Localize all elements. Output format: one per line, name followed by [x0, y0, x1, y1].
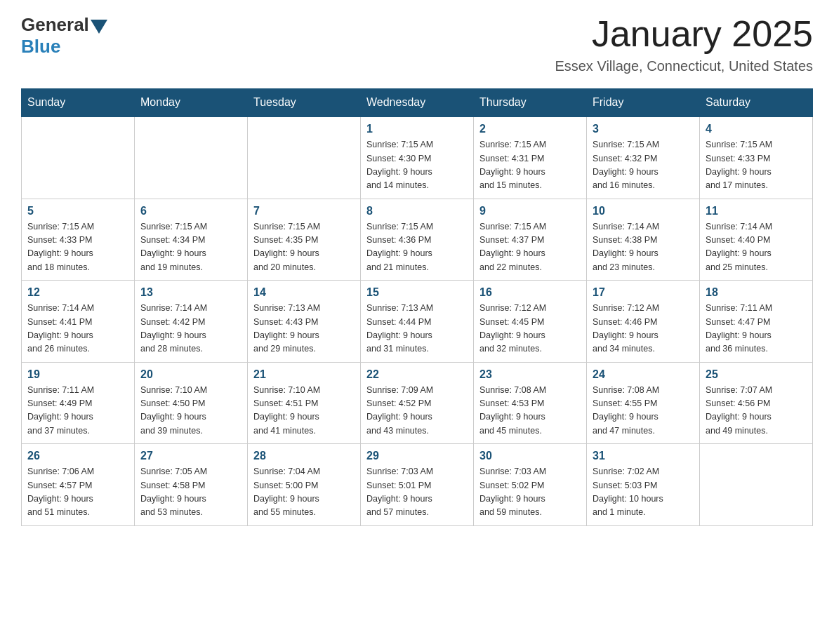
day-number: 28 — [253, 450, 355, 462]
day-info: Sunrise: 7:13 AMSunset: 4:44 PMDaylight:… — [366, 302, 468, 356]
day-number: 10 — [593, 205, 694, 217]
day-number: 31 — [593, 450, 694, 462]
calendar-cell: 15Sunrise: 7:13 AMSunset: 4:44 PMDayligh… — [361, 281, 474, 363]
page-header: General Blue January 2025 Essex Village,… — [21, 14, 813, 74]
calendar-cell: 11Sunrise: 7:14 AMSunset: 4:40 PMDayligh… — [700, 199, 813, 281]
days-header-row: SundayMondayTuesdayWednesdayThursdayFrid… — [22, 89, 813, 117]
calendar-cell: 2Sunrise: 7:15 AMSunset: 4:31 PMDaylight… — [474, 116, 587, 199]
week-row-3: 12Sunrise: 7:14 AMSunset: 4:41 PMDayligh… — [22, 281, 813, 363]
week-row-4: 19Sunrise: 7:11 AMSunset: 4:49 PMDayligh… — [22, 362, 813, 444]
day-header-wednesday: Wednesday — [361, 89, 474, 117]
day-info: Sunrise: 7:12 AMSunset: 4:46 PMDaylight:… — [593, 302, 694, 356]
day-number: 6 — [140, 205, 241, 217]
day-header-saturday: Saturday — [700, 89, 813, 117]
day-info: Sunrise: 7:07 AMSunset: 4:56 PMDaylight:… — [706, 384, 807, 438]
day-number: 14 — [253, 286, 355, 299]
day-info: Sunrise: 7:05 AMSunset: 4:58 PMDaylight:… — [140, 465, 241, 520]
day-info: Sunrise: 7:06 AMSunset: 4:57 PMDaylight:… — [27, 465, 128, 520]
day-info: Sunrise: 7:03 AMSunset: 5:01 PMDaylight:… — [366, 465, 468, 520]
calendar-title: January 2025 — [555, 14, 813, 54]
day-info: Sunrise: 7:08 AMSunset: 4:53 PMDaylight:… — [479, 384, 581, 438]
day-number: 7 — [253, 205, 355, 217]
day-number: 16 — [479, 286, 581, 299]
calendar-cell: 12Sunrise: 7:14 AMSunset: 4:41 PMDayligh… — [22, 281, 135, 363]
logo-blue-text: Blue — [21, 36, 60, 58]
day-number: 17 — [593, 286, 694, 299]
day-number: 13 — [140, 286, 241, 299]
day-number: 18 — [706, 286, 807, 299]
day-info: Sunrise: 7:15 AMSunset: 4:30 PMDaylight:… — [366, 138, 468, 193]
day-info: Sunrise: 7:12 AMSunset: 4:45 PMDaylight:… — [479, 302, 581, 356]
day-number: 26 — [27, 450, 128, 462]
day-number: 22 — [366, 368, 468, 381]
calendar-cell: 7Sunrise: 7:15 AMSunset: 4:35 PMDaylight… — [248, 199, 361, 281]
calendar-cell: 29Sunrise: 7:03 AMSunset: 5:01 PMDayligh… — [361, 444, 474, 526]
calendar-cell — [135, 116, 248, 199]
calendar-cell: 23Sunrise: 7:08 AMSunset: 4:53 PMDayligh… — [474, 362, 587, 444]
day-info: Sunrise: 7:11 AMSunset: 4:47 PMDaylight:… — [706, 302, 807, 356]
day-info: Sunrise: 7:10 AMSunset: 4:50 PMDaylight:… — [140, 384, 241, 438]
day-header-tuesday: Tuesday — [248, 89, 361, 117]
logo: General Blue — [21, 14, 109, 58]
day-info: Sunrise: 7:14 AMSunset: 4:41 PMDaylight:… — [27, 302, 128, 356]
calendar-cell: 25Sunrise: 7:07 AMSunset: 4:56 PMDayligh… — [700, 362, 813, 444]
day-number: 5 — [27, 205, 128, 217]
week-row-5: 26Sunrise: 7:06 AMSunset: 4:57 PMDayligh… — [22, 444, 813, 526]
day-number: 25 — [706, 368, 807, 381]
day-header-thursday: Thursday — [474, 89, 587, 117]
day-info: Sunrise: 7:15 AMSunset: 4:32 PMDaylight:… — [593, 138, 694, 193]
calendar-cell: 5Sunrise: 7:15 AMSunset: 4:33 PMDaylight… — [22, 199, 135, 281]
calendar-cell: 19Sunrise: 7:11 AMSunset: 4:49 PMDayligh… — [22, 362, 135, 444]
day-number: 11 — [706, 205, 807, 217]
day-info: Sunrise: 7:09 AMSunset: 4:52 PMDaylight:… — [366, 384, 468, 438]
calendar-subtitle: Essex Village, Connecticut, United State… — [555, 58, 813, 74]
week-row-1: 1Sunrise: 7:15 AMSunset: 4:30 PMDaylight… — [22, 116, 813, 199]
day-number: 8 — [366, 205, 468, 217]
day-info: Sunrise: 7:14 AMSunset: 4:38 PMDaylight:… — [593, 220, 694, 275]
day-number: 12 — [27, 286, 128, 299]
calendar-cell: 20Sunrise: 7:10 AMSunset: 4:50 PMDayligh… — [135, 362, 248, 444]
day-header-friday: Friday — [587, 89, 700, 117]
calendar-cell: 28Sunrise: 7:04 AMSunset: 5:00 PMDayligh… — [248, 444, 361, 526]
calendar-cell: 6Sunrise: 7:15 AMSunset: 4:34 PMDaylight… — [135, 199, 248, 281]
calendar-cell: 27Sunrise: 7:05 AMSunset: 4:58 PMDayligh… — [135, 444, 248, 526]
calendar-cell: 14Sunrise: 7:13 AMSunset: 4:43 PMDayligh… — [248, 281, 361, 363]
logo-general-text: General — [21, 14, 89, 36]
day-info: Sunrise: 7:15 AMSunset: 4:36 PMDaylight:… — [366, 220, 468, 275]
day-info: Sunrise: 7:08 AMSunset: 4:55 PMDaylight:… — [593, 384, 694, 438]
day-number: 9 — [479, 205, 581, 217]
day-number: 21 — [253, 368, 355, 381]
day-number: 27 — [140, 450, 241, 462]
week-row-2: 5Sunrise: 7:15 AMSunset: 4:33 PMDaylight… — [22, 199, 813, 281]
day-info: Sunrise: 7:10 AMSunset: 4:51 PMDaylight:… — [253, 384, 355, 438]
calendar-cell: 24Sunrise: 7:08 AMSunset: 4:55 PMDayligh… — [587, 362, 700, 444]
day-header-sunday: Sunday — [22, 89, 135, 117]
calendar-cell: 1Sunrise: 7:15 AMSunset: 4:30 PMDaylight… — [361, 116, 474, 199]
calendar-cell — [248, 116, 361, 199]
day-info: Sunrise: 7:15 AMSunset: 4:37 PMDaylight:… — [479, 220, 581, 275]
day-number: 4 — [706, 123, 807, 135]
calendar-cell: 16Sunrise: 7:12 AMSunset: 4:45 PMDayligh… — [474, 281, 587, 363]
day-header-monday: Monday — [135, 89, 248, 117]
calendar-cell: 17Sunrise: 7:12 AMSunset: 4:46 PMDayligh… — [587, 281, 700, 363]
day-number: 29 — [366, 450, 468, 462]
day-number: 3 — [593, 123, 694, 135]
day-info: Sunrise: 7:03 AMSunset: 5:02 PMDaylight:… — [479, 465, 581, 520]
day-number: 15 — [366, 286, 468, 299]
day-info: Sunrise: 7:15 AMSunset: 4:35 PMDaylight:… — [253, 220, 355, 275]
day-number: 23 — [479, 368, 581, 381]
calendar-table: SundayMondayTuesdayWednesdayThursdayFrid… — [21, 88, 813, 526]
day-number: 24 — [593, 368, 694, 381]
day-info: Sunrise: 7:14 AMSunset: 4:42 PMDaylight:… — [140, 302, 241, 356]
calendar-cell: 4Sunrise: 7:15 AMSunset: 4:33 PMDaylight… — [700, 116, 813, 199]
calendar-cell — [700, 444, 813, 526]
calendar-cell: 22Sunrise: 7:09 AMSunset: 4:52 PMDayligh… — [361, 362, 474, 444]
calendar-cell: 21Sunrise: 7:10 AMSunset: 4:51 PMDayligh… — [248, 362, 361, 444]
calendar-cell: 30Sunrise: 7:03 AMSunset: 5:02 PMDayligh… — [474, 444, 587, 526]
calendar-cell: 26Sunrise: 7:06 AMSunset: 4:57 PMDayligh… — [22, 444, 135, 526]
day-info: Sunrise: 7:14 AMSunset: 4:40 PMDaylight:… — [706, 220, 807, 275]
title-section: January 2025 Essex Village, Connecticut,… — [555, 14, 813, 74]
day-info: Sunrise: 7:13 AMSunset: 4:43 PMDaylight:… — [253, 302, 355, 356]
calendar-cell: 13Sunrise: 7:14 AMSunset: 4:42 PMDayligh… — [135, 281, 248, 363]
day-info: Sunrise: 7:15 AMSunset: 4:31 PMDaylight:… — [479, 138, 581, 193]
